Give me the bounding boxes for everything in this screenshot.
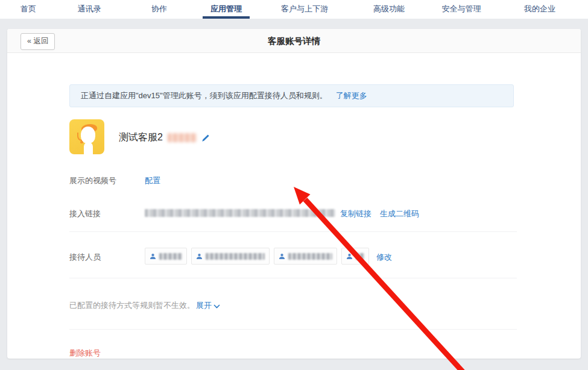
top-nav: 首页 通讯录 协作 应用管理 客户与上下游 高级功能 安全与管理 我的企业 xyxy=(0,0,588,19)
copy-link-action[interactable]: 复制链接 xyxy=(340,209,371,219)
nav-item-home[interactable]: 首页 xyxy=(21,0,36,19)
person-icon xyxy=(346,253,353,260)
redacted-chip-name xyxy=(356,253,364,260)
info-banner: 正通过自建应用"dev15"管理此账号，须到该应用配置接待人员和规则。 了解更多 xyxy=(69,84,514,107)
staff-chip xyxy=(274,248,337,265)
staff-label: 接待人员 xyxy=(69,252,101,263)
learn-more-link[interactable]: 了解更多 xyxy=(336,90,367,101)
divider xyxy=(69,231,517,232)
card-content: 正通过自建应用"dev15"管理此账号，须到该应用配置接待人员和规则。 了解更多… xyxy=(7,53,581,359)
person-icon xyxy=(279,253,285,260)
back-button[interactable]: « 返回 xyxy=(21,33,55,50)
rules-text: 已配置的接待方式等规则暂不生效。 xyxy=(69,301,195,310)
headset-icon xyxy=(77,133,82,141)
video-account-label: 展示的视频号 xyxy=(69,175,116,186)
chevron-down-icon xyxy=(213,304,220,309)
card-header: « 返回 客服账号详情 xyxy=(7,29,581,53)
nav-item-customers[interactable]: 客户与上下游 xyxy=(281,0,328,19)
page-title: 客服账号详情 xyxy=(7,29,581,53)
redacted-chip-name xyxy=(159,253,182,260)
delete-account-link[interactable]: 删除账号 xyxy=(69,348,101,359)
active-tab-underline xyxy=(203,16,250,19)
nav-item-company[interactable]: 我的企业 xyxy=(524,0,555,19)
avatar-body xyxy=(84,142,93,154)
rules-row: 已配置的接待方式等规则暂不生效。展开 xyxy=(69,299,220,311)
redacted-url-blur xyxy=(145,209,335,217)
expand-toggle[interactable]: 展开 xyxy=(196,301,220,310)
nav-item-security[interactable]: 安全与管理 xyxy=(442,0,481,19)
modify-staff-link[interactable]: 修改 xyxy=(376,252,392,263)
access-link-label: 接入链接 xyxy=(69,209,101,219)
page: 首页 通讯录 协作 应用管理 客户与上下游 高级功能 安全与管理 我的企业 « … xyxy=(0,0,588,370)
banner-text: 正通过自建应用"dev15"管理此账号，须到该应用配置接待人员和规则。 xyxy=(81,90,327,101)
nav-item-collab[interactable]: 协作 xyxy=(151,0,167,19)
edit-pencil-icon[interactable] xyxy=(201,134,210,142)
account-name: 测试客服2 xyxy=(119,131,163,144)
headset-mic-dot xyxy=(80,141,83,143)
avatar xyxy=(69,119,104,154)
nav-item-contacts[interactable]: 通讯录 xyxy=(78,0,101,19)
divider xyxy=(69,278,517,278)
staff-chip-list xyxy=(145,248,398,265)
person-icon xyxy=(150,253,156,260)
redacted-chip-name xyxy=(288,253,332,260)
staff-chip xyxy=(341,248,369,265)
redacted-chip-name xyxy=(206,253,265,260)
account-name-row: 测试客服2 xyxy=(119,131,210,144)
divider xyxy=(69,329,517,330)
redacted-name-blur xyxy=(168,133,197,142)
detail-card: « 返回 客服账号详情 正通过自建应用"dev15"管理此账号，须到该应用配置接… xyxy=(7,29,581,359)
staff-chip xyxy=(191,248,270,265)
person-icon xyxy=(196,253,203,260)
generate-qrcode-action[interactable]: 生成二维码 xyxy=(380,209,419,219)
configure-link[interactable]: 配置 xyxy=(145,175,160,186)
nav-item-advanced[interactable]: 高级功能 xyxy=(373,0,405,19)
staff-chip xyxy=(145,248,187,265)
